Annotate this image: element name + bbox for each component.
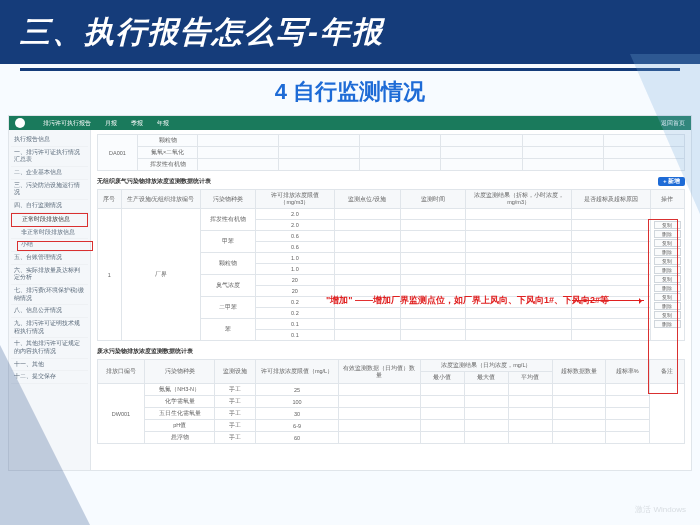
op-button[interactable]: 删除	[654, 302, 681, 310]
col-header: 序号	[98, 190, 122, 209]
ops-cell: 复制删除复制删除复制删除复制删除复制删除复制删除	[650, 209, 684, 341]
op-button[interactable]: 复制	[654, 221, 681, 229]
app-logo	[15, 118, 25, 128]
pollutant-cell: 颗粒物	[138, 135, 198, 147]
title-underline	[20, 68, 680, 71]
col-header: 污染物种类	[144, 360, 214, 384]
slide-header: 三、执行报告怎么写-年报	[0, 0, 700, 64]
pollutant-name: 五日生化需氧量	[144, 408, 214, 420]
slide-subtitle: 4 自行监测情况	[0, 77, 700, 107]
pollutant-name: 颗粒物	[200, 253, 255, 275]
pollutant-cell: 氮氧×二氧化	[138, 147, 198, 159]
sidebar-item[interactable]: 七、排污费(环境保护税)缴纳情况	[11, 285, 88, 305]
op-button[interactable]: 复制	[654, 311, 681, 319]
sidebar-item[interactable]: 八、信息公开情况	[11, 305, 88, 318]
op-button[interactable]: 复制	[654, 293, 681, 301]
op-button[interactable]: 删除	[654, 248, 681, 256]
unorganized-emission-table: 序号生产设施/无组织排放编号污染物种类许可排放浓度限值（mg/m3）监测点位/设…	[97, 189, 685, 341]
monitor-method: 手工	[215, 396, 256, 408]
limit-value: 1.0	[255, 264, 334, 275]
limit-value: 2.0	[255, 220, 334, 231]
sidebar-item[interactable]: 九、排污许可证明技术规程执行情况	[11, 318, 88, 338]
top-summary-table: DA001 颗粒物 氮氧×二氧化 挥发性有机物	[97, 134, 685, 171]
sidebar-item[interactable]: 正常时段排放信息	[11, 213, 88, 227]
slide-title: 三、执行报告怎么写-年报	[20, 12, 384, 53]
limit-value: 25	[256, 384, 338, 396]
sidebar-item[interactable]: 五、台账管理情况	[11, 252, 88, 265]
limit-value: 0.2	[255, 308, 334, 319]
op-button[interactable]: 复制	[654, 239, 681, 247]
monitor-method: 手工	[215, 432, 256, 444]
col-header: 备注	[649, 360, 684, 384]
op-button[interactable]: 删除	[654, 320, 681, 328]
op-button[interactable]: 删除	[654, 266, 681, 274]
sidebar-item[interactable]: 一、排污许可证执行情况汇总表	[11, 147, 88, 167]
limit-value: 6-9	[256, 420, 338, 432]
pollutant-name: 二甲苯	[200, 297, 255, 319]
nav-month[interactable]: 月报	[105, 119, 117, 128]
sidebar-item[interactable]: 执行报告信息	[11, 134, 88, 147]
sub-header: 平均值	[508, 372, 552, 384]
watermark: 激活 Windows	[635, 504, 686, 515]
col-header: 浓度监测结果（日均浓度，mg/L）	[420, 360, 552, 372]
limit-value: 0.1	[255, 330, 334, 341]
limit-value: 0.6	[255, 231, 334, 242]
limit-value: 0.1	[255, 319, 334, 330]
pollutant-name: 甲苯	[200, 231, 255, 253]
outlet-id: DW001	[98, 384, 145, 444]
monitor-method: 手工	[215, 408, 256, 420]
pollutant-name: 化学需氧量	[144, 396, 214, 408]
pollutant-name: 臭气浓度	[200, 275, 255, 297]
col-header: 许可排放浓度限值（mg/L）	[256, 360, 338, 384]
col-header: 生产设施/无组织排放编号	[121, 190, 200, 209]
sidebar-item[interactable]: 三、污染防治设施运行情况	[11, 180, 88, 200]
col-header: 监测点位/设施	[334, 190, 400, 209]
op-button[interactable]: 删除	[654, 230, 681, 238]
pollutant-name: 氨氮（NH3-N）	[144, 384, 214, 396]
sidebar-item[interactable]: 二、企业基本信息	[11, 167, 88, 180]
limit-value: 0.6	[255, 242, 334, 253]
pollutant-cell: 挥发性有机物	[138, 159, 198, 171]
outlet-id: DA001	[98, 135, 138, 171]
pollutant-name: pH值	[144, 420, 214, 432]
pollutant-name: 苯	[200, 319, 255, 341]
limit-value: 0.2	[255, 297, 334, 308]
monitor-method: 手工	[215, 420, 256, 432]
sidebar-item[interactable]: 小结	[11, 239, 88, 252]
nav-quarter[interactable]: 季报	[131, 119, 143, 128]
op-button[interactable]: 复制	[654, 275, 681, 283]
limit-value: 2.0	[255, 209, 334, 220]
col-header: 监测设施	[215, 360, 256, 384]
col-header: 监测时间	[400, 190, 466, 209]
app-name: 排污许可执行报告	[43, 119, 91, 128]
monitor-method: 手工	[215, 384, 256, 396]
row-index: 1	[98, 209, 122, 341]
wastewater-table: 排放口编号污染物种类监测设施许可排放浓度限值（mg/L）有效监测数据（日均值）数…	[97, 359, 685, 444]
sidebar-item[interactable]: 六、实际排放量及达标判定分析	[11, 265, 88, 285]
limit-value: 60	[256, 432, 338, 444]
col-header: 超标率%	[605, 360, 649, 384]
nav-year[interactable]: 年报	[157, 119, 169, 128]
limit-value: 100	[256, 396, 338, 408]
col-header: 浓度监测结果（折标，小时浓度，mg/m3）	[466, 190, 571, 209]
op-button[interactable]: 复制	[654, 257, 681, 265]
row-location: 厂界	[121, 209, 200, 341]
limit-value: 20	[255, 275, 334, 286]
sidebar-item[interactable]: 非正常时段排放信息	[11, 227, 88, 240]
main-content: DA001 颗粒物 氮氧×二氧化 挥发性有机物 无组织废气污染物排放浓度监测数据…	[91, 130, 691, 470]
op-button[interactable]: 删除	[654, 284, 681, 292]
app-window: 排污许可执行报告 月报 季报 年报 返回首页 执行报告信息一、排污许可证执行情况…	[8, 115, 692, 471]
limit-value: 1.0	[255, 253, 334, 264]
sidebar-item[interactable]: 四、自行监测情况	[11, 200, 88, 213]
col-header: 有效监测数据（日均值）数量	[338, 360, 420, 384]
col-header: 超标数据数量	[552, 360, 605, 384]
sub-header: 最小值	[420, 372, 464, 384]
section1-title: 无组织废气污染物排放浓度监测数据统计表 + 新增	[97, 177, 685, 186]
limit-value: 20	[255, 286, 334, 297]
sub-header: 最大值	[464, 372, 508, 384]
pollutant-name: 挥发性有机物	[200, 209, 255, 231]
limit-value: 30	[256, 408, 338, 420]
section2-title: 废水污染物排放浓度监测数据统计表	[97, 347, 685, 356]
col-header: 排放口编号	[98, 360, 145, 384]
pollutant-name: 悬浮物	[144, 432, 214, 444]
